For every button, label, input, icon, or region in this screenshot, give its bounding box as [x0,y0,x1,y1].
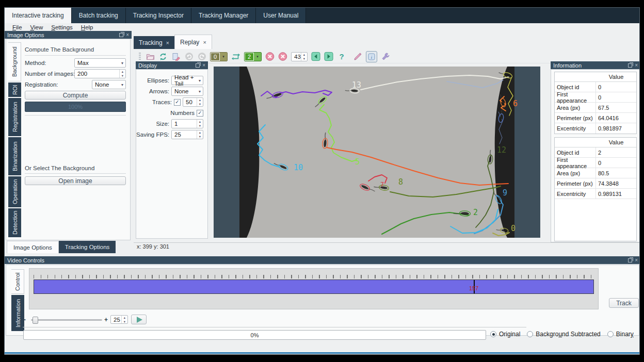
sidetab-information[interactable]: Information [11,295,24,331]
size-value: 1 [172,120,197,128]
radio-original[interactable]: Original [490,331,520,338]
radio-binary[interactable]: Binary [607,331,634,338]
sidetab-control[interactable]: Control [11,269,24,294]
menu-file-rest: ile [16,24,22,30]
annotate-pencil-icon[interactable] [353,52,362,61]
sidetab-binarization[interactable]: Binarization [8,137,21,175]
radio-background-subtracted[interactable]: Background Subtracted [527,331,600,338]
rate-slider-handle[interactable] [33,317,38,324]
row-label: First appearance [555,158,596,168]
tab-interactive-tracking[interactable]: Interactive tracking [5,8,72,23]
spin-up-icon[interactable]: ▴ [197,120,203,124]
spin-down-icon[interactable]: ▾ [301,57,307,61]
timeline-slider[interactable] [34,279,594,294]
settings-wrench-icon[interactable] [381,52,390,61]
float-icon[interactable] [628,63,632,68]
spin-down-icon[interactable]: ▾ [120,74,125,78]
play-icon [137,317,142,323]
frame-count-spinbox[interactable]: 43 ▴▾ [291,52,308,61]
menu-file[interactable]: File [9,24,26,30]
spin-up-icon[interactable]: ▴ [122,316,127,320]
object-b-combo[interactable]: 2 ▾ [244,52,262,61]
spin-up-icon[interactable]: ▴ [301,53,307,57]
sidetab-background[interactable]: Background [8,42,21,81]
delete-object-icon[interactable] [265,52,275,61]
open-image-button[interactable]: Open image [25,176,126,185]
saving-fps-spinbox[interactable]: 25▴▾ [171,130,203,139]
help-icon[interactable]: ? [337,52,346,61]
tab-tracking-inspector[interactable]: Tracking Inspector [126,8,191,23]
sidetab-registration[interactable]: Registration [8,98,21,136]
menu-help[interactable]: Help [77,24,97,30]
spin-up-icon[interactable]: ▴ [197,98,203,102]
swap-loop-icon[interactable] [231,52,240,61]
close-icon[interactable]: × [635,63,638,68]
close-icon[interactable]: × [635,258,638,262]
arrows-combo[interactable]: None▾ [171,87,203,96]
compute-button[interactable]: Compute [25,91,126,100]
timeline-cursor-label: 157 [469,285,478,291]
doc-tab-replay[interactable]: Replay× [174,35,212,49]
tab-batch-tracking[interactable]: Batch tracking [72,8,126,23]
sidetab-detection[interactable]: Detection [8,208,21,237]
zoom-out-label[interactable]: - [24,315,26,325]
spin-down-icon[interactable]: ▾ [197,124,203,128]
row-value: 67.5 [596,103,636,112]
float-icon[interactable] [119,33,123,37]
zoom-in-label[interactable]: + [104,315,108,325]
menu-settings[interactable]: Settings [47,24,76,30]
number-of-images-spinbox[interactable]: 200 ▴▾ [74,69,126,78]
tab-tracking-options[interactable]: Tracking Options [59,241,116,253]
sidetab-operation[interactable]: Operation [8,176,21,207]
doc-tab-tracking[interactable]: Tracking× [134,36,174,49]
open-folder-icon[interactable] [146,52,155,61]
sidetab-roi[interactable]: ROI [8,83,21,97]
object-number-label: 5 [355,157,360,167]
spin-up-icon[interactable]: ▴ [120,70,125,74]
tab-user-manual[interactable]: User Manual [256,8,306,23]
close-icon[interactable]: × [203,39,206,45]
refresh-icon[interactable] [158,52,168,61]
close-icon[interactable]: × [202,63,205,68]
close-icon[interactable]: × [166,40,169,46]
menu-view[interactable]: View [27,24,47,30]
method-label: Method: [25,60,46,66]
tab-tracking-manager[interactable]: Tracking Manager [191,8,256,23]
track-button[interactable]: Track [609,298,639,308]
toolbar-handle[interactable] [139,53,141,61]
ellipses-combo[interactable]: Head + Tail▾ [171,76,203,85]
float-icon[interactable] [628,258,632,262]
chevron-down-icon: ▾ [197,78,203,83]
close-icon[interactable]: × [126,33,129,37]
delete-frames-icon[interactable] [278,52,287,61]
video-controls-panel: Control Information 157 - + 25 ▴▾ [6,265,639,336]
table-row: First appearance0 [555,158,636,168]
method-combo[interactable]: Max▾ [74,58,126,68]
spin-down-icon[interactable]: ▾ [122,320,127,324]
row-label: Perimeter (px) [555,178,596,188]
size-spinbox[interactable]: 1▴▾ [171,119,203,128]
spin-up-icon[interactable]: ▴ [197,130,203,135]
fps-spinbox[interactable]: 25 ▴▾ [110,315,128,324]
information-toggle-icon[interactable]: i [366,51,377,62]
float-icon[interactable] [196,63,200,68]
traces-checkbox[interactable]: ✓ [174,99,181,106]
table-row: Excentricity0.981897 [555,123,636,134]
doc-tab-tracking-label: Tracking [139,39,163,46]
rate-slider[interactable] [31,319,102,321]
traces-spinbox[interactable]: 50▴▾ [183,97,203,107]
export-save-icon[interactable] [171,52,181,61]
next-occlusion-icon[interactable] [324,52,333,61]
spin-down-icon[interactable]: ▾ [197,135,203,139]
registration-combo[interactable]: None▾ [92,80,126,89]
object-a-combo[interactable]: 0 ▾ [210,52,228,61]
play-button[interactable] [131,315,147,324]
tracking-progressbar: 0% [23,330,486,340]
spin-down-icon[interactable]: ▾ [197,102,203,106]
tab-image-options[interactable]: Image Options [7,241,59,253]
numbers-checkbox[interactable]: ✓ [197,110,203,117]
video-frame[interactable]: 1365107812920 [214,67,540,238]
chevron-down-icon: ▾ [254,53,261,61]
object-number-label: 13 [352,80,361,90]
previous-occlusion-icon[interactable] [311,52,320,61]
